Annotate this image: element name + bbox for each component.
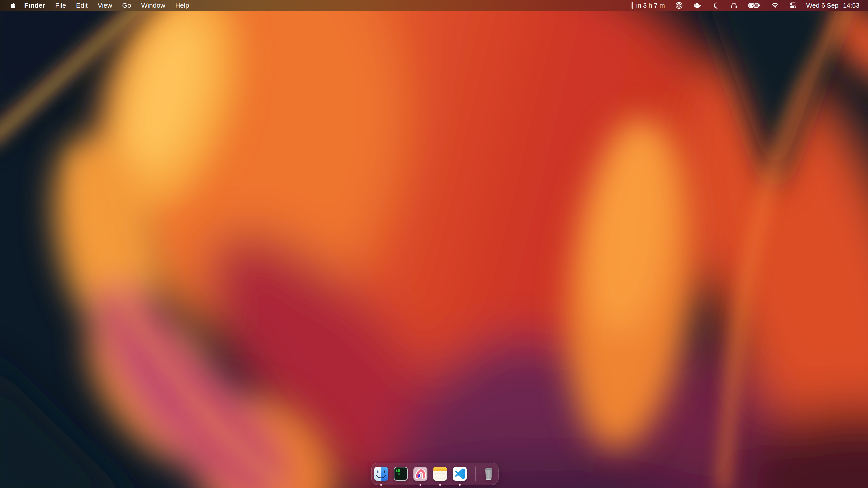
dock-item-trash[interactable]	[482, 466, 496, 481]
menu-window[interactable]: Window	[141, 2, 165, 9]
control-center-icon	[789, 2, 797, 9]
dock-item-notes[interactable]	[433, 466, 447, 481]
menu-bar-date[interactable]: Wed 6 Sep	[806, 2, 838, 9]
terminal-prompt-glyph: $	[396, 468, 398, 473]
docker-icon	[693, 2, 702, 9]
apple-menu[interactable]	[9, 2, 17, 9]
dock-separator	[475, 466, 475, 482]
active-app-menu[interactable]: Finder	[24, 2, 45, 9]
dock-item-vscode[interactable]	[453, 466, 467, 481]
headphones-icon	[730, 2, 738, 9]
dock-item-terminal[interactable]: $	[394, 466, 408, 481]
event-countdown-indicator-bar[interactable]	[631, 2, 633, 9]
notes-icon	[433, 466, 447, 481]
focus-moon-icon	[712, 2, 720, 9]
status-battery[interactable]	[748, 2, 761, 9]
wifi-icon	[771, 2, 779, 9]
menu-help[interactable]: Help	[175, 2, 189, 9]
menu-view[interactable]: View	[98, 2, 112, 9]
status-focus[interactable]	[712, 2, 720, 9]
menu-go[interactable]: Go	[122, 2, 131, 9]
dock-item-arc[interactable]	[413, 466, 428, 481]
menu-bar: Finder File Edit View Go Window Help in …	[0, 0, 868, 11]
arc-browser-icon	[413, 466, 428, 481]
menu-bar-status: in 3 h 7 m	[631, 0, 868, 11]
apple-icon	[9, 2, 17, 9]
running-indicator-finder	[380, 484, 382, 486]
terminal-icon: $	[394, 466, 408, 481]
battery-charging-icon	[748, 2, 761, 9]
status-control-center[interactable]	[789, 2, 797, 9]
running-indicator-arc	[420, 484, 421, 486]
running-indicator-vscode	[459, 484, 461, 486]
menu-bar-clock[interactable]: 14:53	[843, 2, 860, 9]
1password-icon	[675, 2, 683, 9]
desktop: Finder File Edit View Go Window Help in …	[0, 0, 868, 488]
menu-bar-left: Finder File Edit View Go Window Help	[0, 0, 189, 11]
vscode-icon	[453, 466, 467, 481]
menu-file[interactable]: File	[55, 2, 66, 9]
running-indicator-notes	[439, 484, 441, 486]
finder-icon	[374, 466, 388, 481]
trash-icon	[482, 466, 496, 481]
dock-item-finder[interactable]	[374, 466, 388, 481]
menu-edit[interactable]: Edit	[76, 2, 88, 9]
status-headphones[interactable]	[730, 2, 738, 9]
event-countdown-text[interactable]: in 3 h 7 m	[636, 2, 665, 9]
status-1password[interactable]	[675, 2, 683, 9]
status-docker[interactable]	[693, 2, 702, 9]
dock: $	[371, 463, 499, 485]
status-wifi[interactable]	[771, 2, 779, 9]
desktop-wallpaper	[0, 0, 868, 488]
